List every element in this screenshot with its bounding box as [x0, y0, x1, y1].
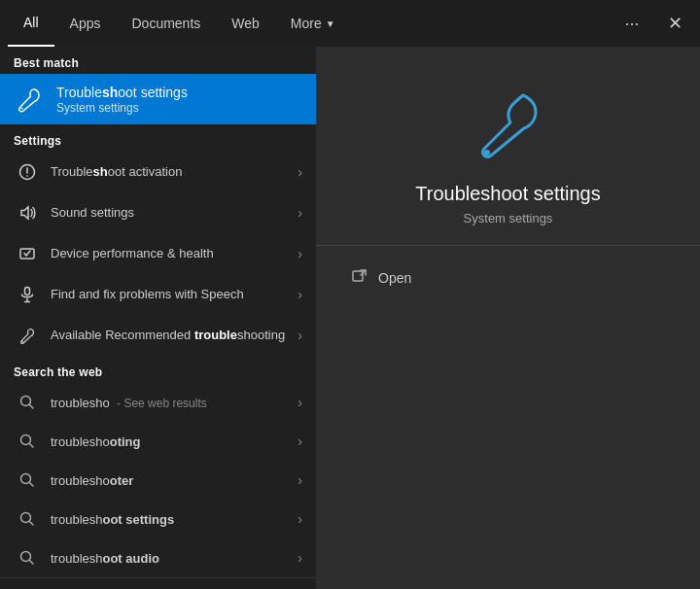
tab-web[interactable]: Web — [216, 0, 275, 47]
chevron-right-icon: › — [298, 395, 302, 410]
tab-web-label: Web — [231, 16, 260, 31]
settings-section-label: Settings — [0, 124, 316, 152]
tab-documents[interactable]: Documents — [116, 0, 216, 47]
best-match-item[interactable]: Troubleshoot settings System settings — [0, 74, 316, 124]
recommended-troubleshooting-text: Available Recommended troubleshooting — [51, 328, 290, 344]
svg-point-12 — [484, 150, 490, 156]
sound-icon — [14, 199, 41, 226]
web-text-troubleshoot-audio: troubleshoot audio — [51, 551, 298, 566]
speech-text: Find and fix problems with Speech — [51, 287, 290, 303]
wrench-icon — [14, 322, 41, 349]
chevron-right-icon: › — [298, 164, 302, 180]
web-section-label: Search the web — [0, 356, 316, 383]
list-item-troubleshoot-activation[interactable]: Troubleshoot activation › — [0, 152, 316, 192]
top-bar: All Apps Documents Web More ▼ ··· ✕ — [0, 0, 700, 47]
best-match-title: Troubleshoot settings — [56, 85, 188, 100]
list-item-sound-settings[interactable]: Sound settings › — [0, 192, 316, 233]
troubleshoot-activation-text: Troubleshoot activation — [51, 164, 290, 181]
search-icon — [14, 428, 41, 455]
svg-point-2 — [26, 175, 28, 177]
web-item-troubleshooting[interactable]: troubleshooting › — [0, 422, 316, 461]
web-item-troubleshooter[interactable]: troubleshooter › — [0, 461, 316, 500]
best-match-label: Best match — [0, 47, 316, 74]
web-text-troubleshooting: troubleshooting — [51, 434, 298, 449]
web-text-troublesho: troublesho - See web results — [51, 396, 298, 410]
chevron-right-icon: › — [298, 205, 302, 221]
web-text-troubleshoot-settings: troubleshoot settings — [51, 512, 298, 527]
right-panel-icon — [470, 86, 547, 163]
tab-apps-label: Apps — [70, 16, 101, 31]
search-bar — [0, 577, 316, 589]
tab-documents-label: Documents — [131, 16, 200, 31]
tab-more-label: More — [291, 16, 322, 31]
device-performance-text: Device performance & health — [51, 246, 290, 262]
tab-all-label: All — [23, 15, 39, 30]
web-text-troubleshooter: troubleshooter — [51, 473, 298, 488]
chevron-right-icon: › — [298, 287, 302, 302]
close-button[interactable]: ✕ — [657, 6, 692, 41]
tab-more[interactable]: More ▼ — [275, 0, 351, 47]
web-item-troubleshoot-audio[interactable]: troubleshoot audio › — [0, 538, 316, 577]
chevron-right-icon: › — [298, 246, 302, 261]
svg-rect-13 — [353, 271, 363, 281]
list-item-recommended-troubleshooting[interactable]: Available Recommended troubleshooting › — [0, 315, 316, 356]
sound-settings-text: Sound settings — [51, 205, 290, 222]
mic-icon — [14, 281, 41, 308]
open-icon — [351, 267, 368, 289]
tab-all[interactable]: All — [8, 0, 54, 47]
chevron-right-icon: › — [298, 550, 302, 566]
chevron-down-icon: ▼ — [326, 18, 335, 29]
svg-point-0 — [21, 108, 23, 110]
ellipsis-label: ··· — [624, 14, 639, 34]
activation-icon — [14, 158, 41, 186]
web-item-troublesho[interactable]: troublesho - See web results › — [0, 383, 316, 422]
svg-point-5 — [21, 341, 23, 343]
chevron-right-icon: › — [298, 328, 302, 343]
device-icon — [14, 240, 41, 267]
right-panel-subtitle: System settings — [464, 211, 553, 225]
ellipsis-button[interactable]: ··· — [614, 6, 649, 41]
best-match-text: Troubleshoot settings System settings — [56, 85, 188, 115]
left-panel: Best match Troubleshoot settings System … — [0, 47, 316, 589]
chevron-right-icon: › — [298, 511, 302, 527]
open-button[interactable]: Open — [335, 261, 427, 294]
main-content: Best match Troubleshoot settings System … — [0, 47, 700, 589]
search-icon — [14, 467, 41, 494]
top-bar-actions: ··· ✕ — [614, 6, 692, 41]
list-item-speech[interactable]: Find and fix problems with Speech › — [0, 274, 316, 315]
svg-rect-4 — [25, 288, 30, 295]
nav-tabs: All Apps Documents Web More ▼ — [8, 0, 614, 47]
right-panel: Troubleshoot settings System settings Op… — [316, 47, 700, 589]
open-label: Open — [378, 270, 411, 286]
right-panel-title: Troubleshoot settings — [415, 183, 600, 205]
search-icon — [14, 389, 41, 416]
chevron-right-icon: › — [298, 433, 302, 449]
right-panel-divider — [316, 245, 700, 246]
search-icon — [14, 544, 41, 572]
best-match-subtitle: System settings — [56, 101, 188, 115]
web-item-troubleshoot-settings[interactable]: troubleshoot settings › — [0, 500, 316, 538]
chevron-right-icon: › — [298, 472, 302, 488]
list-item-device-performance[interactable]: Device performance & health › — [0, 233, 316, 274]
search-icon — [14, 505, 41, 533]
settings-icon — [14, 84, 45, 115]
close-icon: ✕ — [668, 13, 682, 34]
tab-apps[interactable]: Apps — [54, 0, 117, 47]
